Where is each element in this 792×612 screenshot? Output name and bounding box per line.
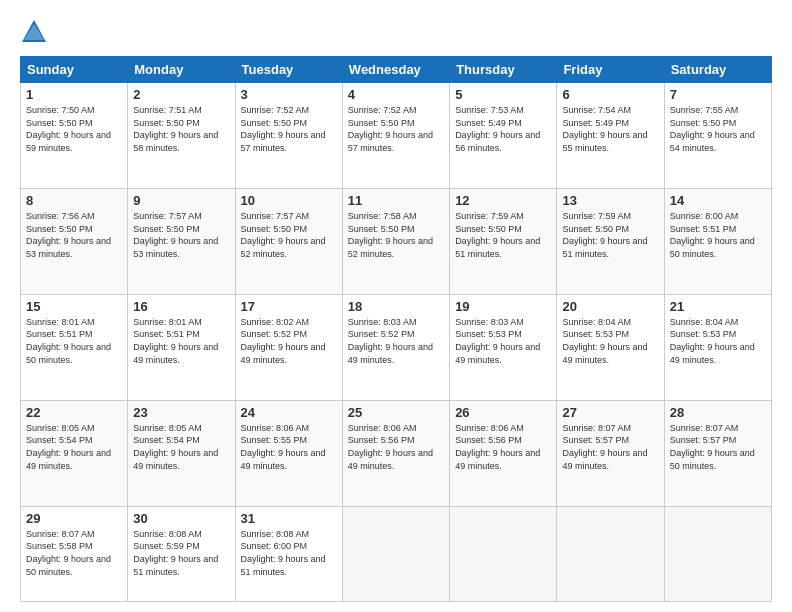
calendar-cell: 30Sunrise: 8:08 AM Sunset: 5:59 PM Dayli… bbox=[128, 506, 235, 601]
day-info: Sunrise: 8:05 AM Sunset: 5:54 PM Dayligh… bbox=[26, 422, 122, 472]
day-number: 31 bbox=[241, 511, 337, 526]
day-number: 15 bbox=[26, 299, 122, 314]
calendar-cell: 6Sunrise: 7:54 AM Sunset: 5:49 PM Daylig… bbox=[557, 83, 664, 189]
day-info: Sunrise: 8:08 AM Sunset: 5:59 PM Dayligh… bbox=[133, 528, 229, 578]
day-number: 21 bbox=[670, 299, 766, 314]
day-number: 30 bbox=[133, 511, 229, 526]
logo-icon bbox=[20, 18, 48, 46]
logo bbox=[20, 18, 52, 46]
week-row-4: 22Sunrise: 8:05 AM Sunset: 5:54 PM Dayli… bbox=[21, 400, 772, 506]
calendar-cell: 28Sunrise: 8:07 AM Sunset: 5:57 PM Dayli… bbox=[664, 400, 771, 506]
calendar-cell: 1Sunrise: 7:50 AM Sunset: 5:50 PM Daylig… bbox=[21, 83, 128, 189]
day-number: 24 bbox=[241, 405, 337, 420]
day-number: 29 bbox=[26, 511, 122, 526]
calendar-cell: 8Sunrise: 7:56 AM Sunset: 5:50 PM Daylig… bbox=[21, 188, 128, 294]
day-number: 4 bbox=[348, 87, 444, 102]
calendar-cell: 21Sunrise: 8:04 AM Sunset: 5:53 PM Dayli… bbox=[664, 294, 771, 400]
calendar-cell: 14Sunrise: 8:00 AM Sunset: 5:51 PM Dayli… bbox=[664, 188, 771, 294]
week-row-2: 8Sunrise: 7:56 AM Sunset: 5:50 PM Daylig… bbox=[21, 188, 772, 294]
day-number: 8 bbox=[26, 193, 122, 208]
day-info: Sunrise: 7:59 AM Sunset: 5:50 PM Dayligh… bbox=[562, 210, 658, 260]
calendar-cell: 20Sunrise: 8:04 AM Sunset: 5:53 PM Dayli… bbox=[557, 294, 664, 400]
week-row-5: 29Sunrise: 8:07 AM Sunset: 5:58 PM Dayli… bbox=[21, 506, 772, 601]
week-row-1: 1Sunrise: 7:50 AM Sunset: 5:50 PM Daylig… bbox=[21, 83, 772, 189]
header bbox=[20, 18, 772, 46]
day-number: 5 bbox=[455, 87, 551, 102]
weekday-friday: Friday bbox=[557, 57, 664, 83]
day-number: 11 bbox=[348, 193, 444, 208]
day-number: 17 bbox=[241, 299, 337, 314]
day-info: Sunrise: 8:01 AM Sunset: 5:51 PM Dayligh… bbox=[26, 316, 122, 366]
weekday-wednesday: Wednesday bbox=[342, 57, 449, 83]
weekday-sunday: Sunday bbox=[21, 57, 128, 83]
day-info: Sunrise: 8:08 AM Sunset: 6:00 PM Dayligh… bbox=[241, 528, 337, 578]
day-number: 28 bbox=[670, 405, 766, 420]
calendar-cell: 4Sunrise: 7:52 AM Sunset: 5:50 PM Daylig… bbox=[342, 83, 449, 189]
day-info: Sunrise: 8:03 AM Sunset: 5:52 PM Dayligh… bbox=[348, 316, 444, 366]
day-info: Sunrise: 8:00 AM Sunset: 5:51 PM Dayligh… bbox=[670, 210, 766, 260]
weekday-saturday: Saturday bbox=[664, 57, 771, 83]
day-info: Sunrise: 8:03 AM Sunset: 5:53 PM Dayligh… bbox=[455, 316, 551, 366]
day-info: Sunrise: 7:54 AM Sunset: 5:49 PM Dayligh… bbox=[562, 104, 658, 154]
day-number: 7 bbox=[670, 87, 766, 102]
day-info: Sunrise: 8:05 AM Sunset: 5:54 PM Dayligh… bbox=[133, 422, 229, 472]
day-info: Sunrise: 7:52 AM Sunset: 5:50 PM Dayligh… bbox=[241, 104, 337, 154]
day-info: Sunrise: 7:52 AM Sunset: 5:50 PM Dayligh… bbox=[348, 104, 444, 154]
day-number: 25 bbox=[348, 405, 444, 420]
page: SundayMondayTuesdayWednesdayThursdayFrid… bbox=[0, 0, 792, 612]
svg-marker-1 bbox=[24, 24, 44, 40]
calendar-cell: 3Sunrise: 7:52 AM Sunset: 5:50 PM Daylig… bbox=[235, 83, 342, 189]
day-number: 14 bbox=[670, 193, 766, 208]
day-info: Sunrise: 7:53 AM Sunset: 5:49 PM Dayligh… bbox=[455, 104, 551, 154]
calendar-cell: 19Sunrise: 8:03 AM Sunset: 5:53 PM Dayli… bbox=[450, 294, 557, 400]
day-number: 18 bbox=[348, 299, 444, 314]
day-number: 27 bbox=[562, 405, 658, 420]
day-info: Sunrise: 8:06 AM Sunset: 5:55 PM Dayligh… bbox=[241, 422, 337, 472]
day-info: Sunrise: 7:57 AM Sunset: 5:50 PM Dayligh… bbox=[241, 210, 337, 260]
calendar-cell: 2Sunrise: 7:51 AM Sunset: 5:50 PM Daylig… bbox=[128, 83, 235, 189]
day-info: Sunrise: 7:51 AM Sunset: 5:50 PM Dayligh… bbox=[133, 104, 229, 154]
calendar-cell bbox=[557, 506, 664, 601]
calendar-cell bbox=[664, 506, 771, 601]
day-info: Sunrise: 8:01 AM Sunset: 5:51 PM Dayligh… bbox=[133, 316, 229, 366]
calendar-cell: 29Sunrise: 8:07 AM Sunset: 5:58 PM Dayli… bbox=[21, 506, 128, 601]
weekday-tuesday: Tuesday bbox=[235, 57, 342, 83]
day-number: 19 bbox=[455, 299, 551, 314]
day-info: Sunrise: 8:04 AM Sunset: 5:53 PM Dayligh… bbox=[562, 316, 658, 366]
day-info: Sunrise: 8:06 AM Sunset: 5:56 PM Dayligh… bbox=[455, 422, 551, 472]
day-info: Sunrise: 7:56 AM Sunset: 5:50 PM Dayligh… bbox=[26, 210, 122, 260]
calendar-cell: 10Sunrise: 7:57 AM Sunset: 5:50 PM Dayli… bbox=[235, 188, 342, 294]
calendar-cell: 17Sunrise: 8:02 AM Sunset: 5:52 PM Dayli… bbox=[235, 294, 342, 400]
day-info: Sunrise: 7:59 AM Sunset: 5:50 PM Dayligh… bbox=[455, 210, 551, 260]
day-number: 9 bbox=[133, 193, 229, 208]
weekday-header-row: SundayMondayTuesdayWednesdayThursdayFrid… bbox=[21, 57, 772, 83]
calendar-cell bbox=[450, 506, 557, 601]
day-number: 23 bbox=[133, 405, 229, 420]
week-row-3: 15Sunrise: 8:01 AM Sunset: 5:51 PM Dayli… bbox=[21, 294, 772, 400]
day-info: Sunrise: 8:07 AM Sunset: 5:57 PM Dayligh… bbox=[670, 422, 766, 472]
day-number: 3 bbox=[241, 87, 337, 102]
calendar-cell: 27Sunrise: 8:07 AM Sunset: 5:57 PM Dayli… bbox=[557, 400, 664, 506]
day-info: Sunrise: 7:50 AM Sunset: 5:50 PM Dayligh… bbox=[26, 104, 122, 154]
calendar-cell: 22Sunrise: 8:05 AM Sunset: 5:54 PM Dayli… bbox=[21, 400, 128, 506]
day-number: 13 bbox=[562, 193, 658, 208]
day-info: Sunrise: 8:02 AM Sunset: 5:52 PM Dayligh… bbox=[241, 316, 337, 366]
day-number: 26 bbox=[455, 405, 551, 420]
calendar-cell: 23Sunrise: 8:05 AM Sunset: 5:54 PM Dayli… bbox=[128, 400, 235, 506]
calendar-cell: 11Sunrise: 7:58 AM Sunset: 5:50 PM Dayli… bbox=[342, 188, 449, 294]
day-info: Sunrise: 7:57 AM Sunset: 5:50 PM Dayligh… bbox=[133, 210, 229, 260]
calendar-cell: 25Sunrise: 8:06 AM Sunset: 5:56 PM Dayli… bbox=[342, 400, 449, 506]
day-number: 2 bbox=[133, 87, 229, 102]
day-info: Sunrise: 8:07 AM Sunset: 5:58 PM Dayligh… bbox=[26, 528, 122, 578]
day-number: 16 bbox=[133, 299, 229, 314]
calendar-table: SundayMondayTuesdayWednesdayThursdayFrid… bbox=[20, 56, 772, 602]
day-number: 12 bbox=[455, 193, 551, 208]
day-info: Sunrise: 7:58 AM Sunset: 5:50 PM Dayligh… bbox=[348, 210, 444, 260]
calendar-cell: 26Sunrise: 8:06 AM Sunset: 5:56 PM Dayli… bbox=[450, 400, 557, 506]
day-info: Sunrise: 7:55 AM Sunset: 5:50 PM Dayligh… bbox=[670, 104, 766, 154]
day-info: Sunrise: 8:06 AM Sunset: 5:56 PM Dayligh… bbox=[348, 422, 444, 472]
calendar-cell: 13Sunrise: 7:59 AM Sunset: 5:50 PM Dayli… bbox=[557, 188, 664, 294]
day-number: 20 bbox=[562, 299, 658, 314]
calendar-cell: 18Sunrise: 8:03 AM Sunset: 5:52 PM Dayli… bbox=[342, 294, 449, 400]
weekday-thursday: Thursday bbox=[450, 57, 557, 83]
